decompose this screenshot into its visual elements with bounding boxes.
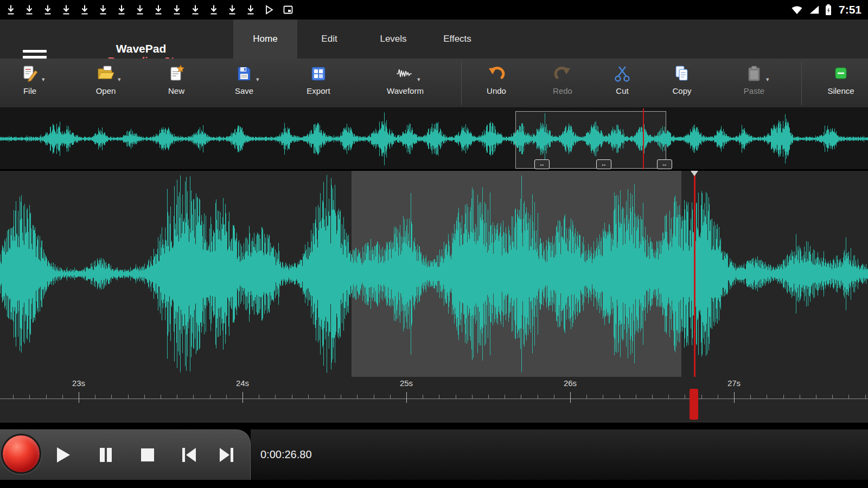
pause-button[interactable]: [96, 445, 116, 465]
toolbar-waveform-button[interactable]: ▾ Waveform: [373, 63, 438, 106]
overview-waveform-canvas[interactable]: [0, 108, 868, 169]
overview-waveform-strip: ↔ ↔ ↔: [0, 108, 868, 171]
toolbar-button-label: Silence: [827, 86, 854, 95]
skip-start-button[interactable]: [179, 445, 199, 465]
tab-effects[interactable]: Effects: [425, 20, 489, 59]
selection-handle[interactable]: ↔: [534, 159, 550, 169]
toolbar-silence-button[interactable]: Silence: [808, 63, 868, 106]
file-icon: [21, 63, 39, 85]
main-waveform-canvas[interactable]: [0, 171, 868, 377]
overview-playhead: [643, 108, 644, 169]
silence-icon: [832, 63, 850, 85]
ruler-label: 27s: [718, 378, 750, 388]
main-waveform-view: [0, 171, 868, 377]
toolbar-new-button[interactable]: New: [144, 63, 209, 106]
toolbar-file-button[interactable]: ▾ File: [0, 63, 62, 106]
download-icon: [62, 4, 71, 15]
download-icon: [209, 4, 218, 15]
tab-edit[interactable]: Edit: [297, 20, 361, 59]
ruler-tick: [210, 395, 210, 399]
ruler-label: 24s: [226, 378, 259, 388]
selection-handle[interactable]: ↔: [596, 159, 611, 169]
battery-icon: [825, 4, 832, 16]
export-icon: [309, 63, 328, 85]
ruler-tick: [259, 395, 259, 399]
paste-clipboard-icon: [745, 63, 763, 85]
download-icon: [173, 4, 181, 15]
selection-handle-icon: ↔: [662, 160, 668, 167]
ruler-label: 23s: [62, 378, 95, 388]
ruler-tick-major: [79, 392, 79, 403]
wifi-icon: [790, 4, 803, 15]
selection-handle[interactable]: ↔: [657, 159, 672, 169]
download-icon: [25, 4, 34, 15]
skip-end-icon: [218, 446, 236, 464]
toolbar-cut-button[interactable]: Cut: [590, 63, 655, 106]
open-folder-icon: [96, 63, 116, 85]
caret-icon: ▾: [118, 76, 121, 83]
ruler-tick: [29, 395, 30, 399]
ruler-tick: [620, 395, 620, 399]
pause-icon: [97, 446, 115, 464]
stop-icon: [138, 446, 157, 464]
toolbar-button-label: Waveform: [387, 86, 424, 95]
ruler-tick: [308, 395, 309, 399]
ruler-tick: [62, 395, 63, 399]
signal-icon: [808, 4, 820, 15]
play-icon: [53, 446, 72, 464]
transport-deck: 0:00:26.80: [251, 429, 868, 480]
play-status-icon: [265, 5, 273, 15]
toolbar-paste-button[interactable]: ▾ Paste: [722, 63, 787, 106]
ruler-tick: [603, 395, 603, 399]
selection-handle-icon: ↔: [601, 160, 607, 167]
ruler-tick: [46, 395, 47, 399]
play-button[interactable]: [53, 445, 72, 465]
stop-button[interactable]: [138, 445, 157, 465]
ruler-tick: [423, 395, 423, 399]
toolbar-redo-button[interactable]: Redo: [530, 63, 595, 106]
toolbar-button-label: Redo: [553, 86, 572, 95]
ruler-tick: [456, 395, 456, 399]
app-header: WavePad Recording 3* Home Edit Levels Ef…: [0, 20, 868, 59]
ruler-tick: [783, 395, 784, 399]
download-icon: [246, 4, 255, 15]
ruler-tick: [390, 395, 391, 399]
toolbar-copy-button[interactable]: Copy: [649, 63, 714, 106]
ruler-tick: [848, 395, 849, 399]
ruler-tick: [718, 395, 718, 399]
toolbar-save-button[interactable]: ▾ Save: [212, 63, 277, 106]
ruler-label: 26s: [554, 378, 586, 388]
ruler-tick: [865, 395, 866, 399]
tab-home[interactable]: Home: [233, 20, 297, 59]
toolbar-open-button[interactable]: ▾ Open: [73, 63, 138, 106]
toolbar-button-label: Open: [96, 86, 116, 95]
playhead-line[interactable]: [694, 171, 695, 377]
ruler-tick: [177, 395, 177, 399]
toolbar-button-label: File: [23, 86, 36, 95]
record-button[interactable]: [1, 434, 41, 474]
cut-scissors-icon: [613, 63, 631, 85]
playhead-handle-icon[interactable]: [691, 171, 698, 176]
ruler-tick: [275, 395, 276, 399]
caret-icon: ▾: [256, 76, 259, 83]
ruler-tick: [292, 395, 292, 399]
redo-icon: [553, 63, 572, 85]
ruler-playhead-marker[interactable]: [690, 389, 698, 420]
copy-icon: [673, 63, 691, 85]
toolbar-button-label: Copy: [672, 86, 691, 95]
download-icon: [154, 4, 163, 15]
ruler-tick: [357, 395, 358, 399]
ruler-tick: [128, 395, 129, 399]
ruler-tick: [226, 395, 227, 399]
download-icon: [43, 4, 52, 15]
ruler-tick: [685, 395, 685, 399]
toolbar-button-label: Undo: [487, 86, 506, 95]
skip-end-button[interactable]: [217, 445, 237, 465]
toolbar-export-button[interactable]: Export: [286, 63, 351, 106]
tab-levels[interactable]: Levels: [361, 20, 425, 59]
time-ruler: 23s24s25s26s27s: [0, 377, 868, 422]
ruler-tick: [800, 395, 800, 399]
ruler-tick: [554, 395, 554, 399]
download-icon: [228, 4, 237, 15]
toolbar-undo-button[interactable]: Undo: [464, 63, 529, 106]
